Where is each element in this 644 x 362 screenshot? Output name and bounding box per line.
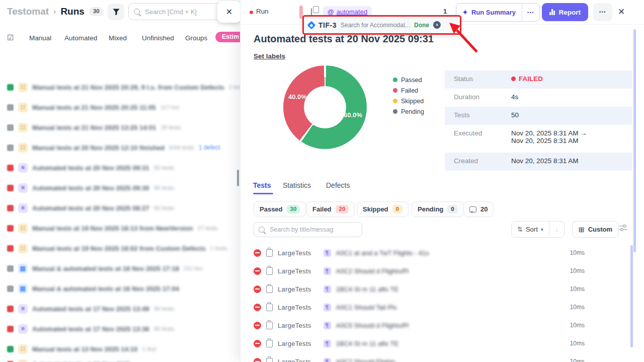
test-row[interactable]: LargeTests ¶ 1BC4 St m 11 afts TE 10ms — [254, 334, 585, 352]
clear-search-button[interactable]: ✕ — [217, 1, 240, 23]
test-id-badge: ¶ — [324, 304, 331, 311]
run-list-item[interactable]: ∷ Automated tests at 12 Nov 2025 — [7, 354, 240, 362]
run-list-item[interactable]: ∷ Manual tests at 21 Nov 2025 20:25 11:0… — [7, 97, 240, 117]
run-list-item[interactable]: ∷ Manual tests at 19 Nov 2025 18:02 from… — [7, 238, 240, 258]
sort-label: Sort — [526, 226, 538, 233]
tests-search-input[interactable] — [269, 226, 357, 234]
run-list-item[interactable]: ¤ Automated tests at 20 Nov 2025 08:27 5… — [7, 198, 240, 218]
sort-control[interactable]: ⇅ Sort ▾ ↓ — [511, 221, 565, 238]
remove-issue-button[interactable]: ✕ — [433, 21, 441, 29]
test-row[interactable]: LargeTests ¶ A0C1 at and a TwT Flights -… — [254, 244, 585, 262]
run-list-item[interactable]: ¤ Automated tests at 17 Nov 2025 13:36 5… — [7, 319, 240, 339]
close-panel-button[interactable]: ✕ — [618, 7, 625, 17]
sort-arrows-icon: ⇅ — [517, 226, 523, 233]
manual-run-icon: ∷ — [18, 244, 28, 253]
filter-button[interactable] — [108, 4, 124, 20]
tab-automated[interactable]: Automated — [64, 34, 97, 42]
chip-count: 0 — [447, 205, 457, 213]
run-list-item[interactable]: ¤ Automated tests at 20 Nov 2025 09:30 5… — [7, 178, 240, 198]
legend-label: Skipped — [401, 98, 424, 105]
run-list-item[interactable]: ∷ Manual tests at 21 Nov 2025 20:29, 9 t… — [7, 77, 240, 97]
global-search-input[interactable] — [144, 8, 218, 16]
sort-direction-button[interactable]: ↓ — [549, 222, 565, 237]
run-list-item[interactable]: ∷ Manual tests at 21 Nov 2025 13:25 14:0… — [7, 117, 240, 137]
failed-test-icon — [254, 358, 261, 362]
legend-item-passed[interactable]: Passed — [393, 75, 424, 85]
custom-label: Custom — [588, 226, 612, 233]
test-row[interactable]: LargeTests ¶ A0C1 Should Tail Pls 10ms — [254, 298, 585, 316]
test-title: A0C7 Should Flights — [336, 358, 396, 362]
test-id-badge: ¶ — [324, 322, 331, 329]
tab-mixed[interactable]: Mixed — [109, 34, 127, 42]
tests-search[interactable] — [254, 222, 362, 237]
tab-tests[interactable]: Tests — [253, 181, 271, 189]
run-list-item[interactable]: ∷ Manual tests at 20 Nov 2025 12:10 fini… — [7, 137, 240, 158]
manual-run-icon: ∷ — [18, 143, 28, 153]
run-list-item[interactable]: ¤ Automated tests at 20 Nov 2025 09:31 5… — [7, 158, 240, 178]
test-row[interactable]: LargeTests ¶ A0C7 Should Flights 10ms — [254, 352, 585, 362]
run-list-item[interactable]: ▤ Manual & automated tests at 18 Nov 202… — [7, 258, 240, 278]
set-labels-link[interactable]: Set labels — [254, 52, 285, 60]
chip-count: 30 — [287, 205, 300, 213]
run-title: Manual tests at 13 Nov 2025 14:10 — [32, 345, 138, 353]
test-id-badge: ¶ — [324, 340, 331, 347]
report-button[interactable]: Report — [542, 3, 588, 21]
run-defect-link[interactable]: 1 defect — [199, 144, 220, 151]
run-list-item[interactable]: ¤ Automated tests at 17 Nov 2025 13:49 5… — [7, 299, 240, 319]
close-icon: ✕ — [226, 7, 232, 17]
test-title: A0C1 Should Tail Pls — [336, 304, 397, 311]
global-search[interactable] — [128, 3, 224, 20]
filter-chip-passed[interactable]: Passed 30 — [254, 201, 306, 217]
run-summary-more-button[interactable]: ••• — [522, 4, 539, 21]
left-scrollbar[interactable] — [237, 170, 239, 186]
tab-unfinished[interactable]: Unfinished — [142, 34, 174, 42]
more-actions-button[interactable]: ••• — [593, 3, 612, 21]
test-duration: 10ms — [570, 340, 585, 347]
chip-label: Skipped — [363, 205, 388, 213]
linked-issue-chip[interactable]: TIF-3 Search for Accommodat... Done ✕ — [302, 15, 461, 35]
run-list-item[interactable]: ∷ Manual tests at 19 Nov 2025 18:13 from… — [7, 218, 240, 238]
legend-item-skipped[interactable]: Skipped — [393, 96, 424, 106]
run-label: Run — [256, 8, 269, 15]
tab-manual[interactable]: Manual — [29, 34, 51, 42]
tab-statistics[interactable]: Statistics — [283, 181, 311, 189]
run-title: Manual tests at 21 Nov 2025 20:29, 9 t.s… — [32, 84, 224, 91]
run-meta: 5/44 tests — [169, 144, 194, 151]
legend-label: Failed — [401, 87, 418, 94]
test-case-icon — [266, 358, 273, 362]
custom-columns-button[interactable]: ⊞ Custom — [572, 221, 619, 238]
test-title: A0C2 Should d Flights/Pl — [336, 267, 409, 275]
breadcrumb-separator: › — [53, 7, 56, 16]
funnel-icon — [113, 9, 120, 16]
test-row[interactable]: LargeTests ¶ A0C5 Should d Flights/Pl 10… — [254, 316, 585, 334]
run-title: Automated tests at 12 Nov 2025 — [32, 360, 131, 362]
breadcrumb-brand[interactable]: Testomat — [7, 6, 49, 17]
info-label: Tests — [454, 111, 511, 119]
select-runs-icon[interactable]: ☑ — [7, 33, 14, 42]
run-meta: 27 tests — [197, 225, 217, 231]
tab-estimate[interactable]: Estim — [215, 32, 240, 42]
filter-chip-skipped[interactable]: Skipped 0 — [357, 201, 409, 217]
test-title: 1BC4 St m 11 afts TE — [336, 340, 399, 347]
legend-item-pending[interactable]: Pending — [393, 106, 424, 117]
filter-chip-pending[interactable]: Pending 0 — [412, 201, 464, 217]
panel-scrollbar[interactable] — [633, 29, 636, 252]
tab-defects[interactable]: Defects — [326, 181, 350, 189]
run-list-item[interactable]: ▤ Manual & automated tests at 18 Nov 202… — [7, 278, 240, 299]
tune-filters-icon[interactable] — [619, 224, 627, 234]
run-status-icon — [7, 225, 14, 232]
run-meta: 1 tests — [210, 245, 227, 251]
test-row[interactable]: LargeTests ¶ 1BC4 St m 11 afts TE 10ms — [254, 280, 585, 298]
filter-chip-comments[interactable]: 20 — [463, 201, 494, 217]
run-summary-label: Run Summary — [471, 9, 516, 16]
legend-item-failed[interactable]: Failed — [393, 85, 424, 96]
test-row[interactable]: LargeTests ¶ A0C2 Should d Flights/Pl 10… — [254, 262, 585, 280]
test-duration: 10ms — [570, 358, 585, 362]
issue-key: TIF-3 — [318, 21, 337, 29]
run-summary-button[interactable]: ✦ Run Summary ••• — [456, 3, 540, 22]
test-title: 1BC4 St m 11 afts TE — [336, 285, 399, 293]
filter-chip-failed[interactable]: Failed 20 — [306, 201, 355, 217]
test-list-scrollbar[interactable] — [630, 245, 633, 347]
jira-issue-icon — [307, 21, 316, 29]
tab-groups[interactable]: Groups — [185, 34, 207, 42]
